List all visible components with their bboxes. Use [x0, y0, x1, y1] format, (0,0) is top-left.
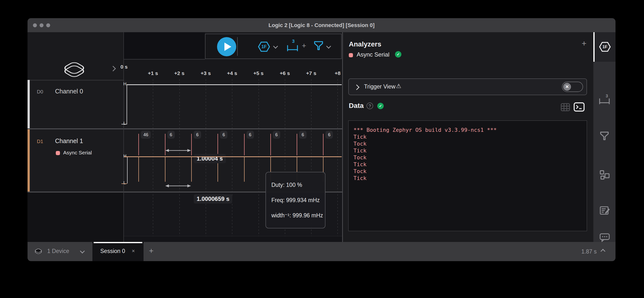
- triggers-funnel-icon: [599, 131, 610, 143]
- measure-value-bottom[interactable]: 1.0000659 s: [194, 194, 232, 204]
- channel0-id: D0: [37, 89, 43, 95]
- trigger-view-chevron-icon[interactable]: [354, 84, 360, 90]
- strip-item-measurements[interactable]: 3: [593, 94, 616, 108]
- frame-value-badge[interactable]: 46: [141, 131, 151, 139]
- measurement-range-tick: [297, 134, 297, 156]
- timeline-gridline: [258, 79, 259, 236]
- analyzer-ok-icon: ✓: [395, 51, 402, 58]
- add-analyzer-button[interactable]: +: [582, 38, 586, 48]
- warning-icon: ⚠: [396, 82, 402, 90]
- timeline-gridline: [338, 79, 338, 236]
- timeline-tick-label: +5 s: [248, 70, 270, 76]
- channel1-pulse: [244, 157, 244, 182]
- frame-value-badge[interactable]: 6: [326, 131, 333, 139]
- analyzer-color-swatch: [349, 53, 353, 57]
- analyzers-title: Analyzers: [349, 40, 381, 48]
- session-tab[interactable]: Session 0 ×: [92, 242, 144, 261]
- data-terminal-view-button[interactable]: [574, 102, 585, 112]
- device-small-icon: [34, 247, 43, 255]
- trigger-view-toggle[interactable]: ✕: [562, 82, 583, 92]
- timeline-tick-label: +7 s: [300, 70, 322, 76]
- channel1-analyzer-label[interactable]: Async Serial: [63, 150, 92, 156]
- channel1-color-bar: [28, 129, 30, 192]
- channel1-name[interactable]: Channel 1: [55, 138, 83, 144]
- data-help-icon[interactable]: ?: [366, 102, 373, 109]
- measure-value-top[interactable]: 1.00004 s: [194, 154, 226, 163]
- frame-value-badge[interactable]: 6: [273, 131, 280, 139]
- table-grid-icon: [560, 103, 570, 112]
- channel0-low-label: L: [124, 121, 126, 126]
- channel1-pulse: [138, 157, 139, 182]
- measurement-range-tick: [138, 134, 139, 156]
- measurement-range-tick: [323, 134, 324, 156]
- tooltip-freq: Freq: 999.934 mHz: [271, 192, 325, 208]
- session-tab-active-stripe: [94, 242, 142, 243]
- terminal-line: Tock: [354, 168, 587, 175]
- app-window: Logic 2 [Logic 8 - Connected] [Session 0…: [28, 18, 616, 261]
- duration-chevron-up-icon: [600, 249, 606, 254]
- channel1-low-stub: [122, 184, 127, 184]
- terminal-line: *** Booting Zephyr OS build v3.3.99-ncs1…: [354, 127, 587, 134]
- channel0-name[interactable]: Channel 0: [55, 88, 83, 95]
- capture-duration-control[interactable]: 1.87 s: [581, 246, 605, 257]
- timeline-tick-label: +6 s: [274, 70, 296, 76]
- strip-item-analyzers-active[interactable]: 1F: [593, 32, 616, 62]
- device-count-label: 1 Device: [47, 248, 69, 254]
- channel1-start-edge: [127, 156, 128, 184]
- terminal-line: Tock: [354, 154, 587, 161]
- channel0-high-line: [126, 84, 342, 85]
- analyzer-terminal-output[interactable]: *** Booting Zephyr OS build v3.3.99-ncs1…: [348, 120, 587, 231]
- channel0-rising-edge: [126, 84, 127, 124]
- timeline-gridline: [180, 79, 180, 236]
- frame-value-badge[interactable]: 6: [194, 131, 201, 139]
- channel1-high-line: [124, 156, 342, 157]
- analyzer-name[interactable]: Async Serial: [357, 51, 389, 58]
- channel1-pulse: [165, 157, 166, 182]
- terminal-icon: [574, 102, 585, 112]
- device-count-chevron-icon: [80, 248, 85, 254]
- measurement-range-tick: [191, 134, 192, 156]
- timeline-origin-label: 0 s: [120, 64, 128, 70]
- session-tab-label: Session 0: [100, 248, 125, 254]
- frame-value-badge[interactable]: 6: [220, 131, 227, 139]
- right-icon-strip: 1F 3: [593, 32, 616, 242]
- strip-item-extensions[interactable]: [593, 168, 616, 183]
- timeline-tick-label: +3 s: [195, 70, 217, 76]
- timeline-tick-label: +8: [326, 70, 348, 76]
- trigger-view-expander[interactable]: Trigger View ⚠ ✕: [348, 78, 587, 95]
- timeline-gridline: [153, 79, 153, 236]
- data-table-view-button[interactable]: [560, 103, 570, 112]
- frame-value-badge[interactable]: 6: [299, 131, 306, 139]
- terminal-line: Tick: [354, 175, 587, 182]
- frame-value-badge[interactable]: 6: [246, 131, 254, 139]
- terminal-line: Tick: [354, 147, 587, 154]
- chat-icon: [599, 233, 610, 242]
- device-count-button[interactable]: 1 Device: [34, 246, 90, 257]
- timeline-tick-label: +2 s: [168, 70, 190, 76]
- timeline-tick-label: +1 s: [142, 70, 164, 76]
- tooltip-width-inv: width⁻¹: 999.96 mHz: [271, 208, 325, 223]
- timeline-tick-label: +4 s: [221, 70, 243, 76]
- measure-arrow-bottom[interactable]: [165, 184, 191, 188]
- capture-duration-label: 1.87 s: [581, 248, 597, 255]
- channel1-high-label: H: [124, 154, 126, 158]
- terminal-line: Tick: [354, 134, 587, 140]
- channel1-pulse: [191, 157, 192, 182]
- channel0-high-label: H: [124, 82, 126, 86]
- strip-item-triggers[interactable]: [593, 130, 616, 145]
- toggle-off-x-icon: ✕: [563, 83, 571, 91]
- trigger-view-label: Trigger View: [364, 83, 396, 90]
- terminal-line: Tock: [354, 140, 587, 147]
- session-tab-close-icon[interactable]: ×: [132, 248, 135, 254]
- channel1-low-label: L: [124, 180, 126, 186]
- measure-arrow-top[interactable]: [165, 149, 191, 152]
- notes-icon: [599, 205, 610, 216]
- add-session-button[interactable]: +: [149, 246, 154, 256]
- extensions-icon: [599, 170, 610, 180]
- start-capture-button[interactable]: [217, 37, 236, 56]
- frame-value-badge[interactable]: 6: [168, 131, 175, 139]
- bottom-bar: 1 Device Session 0 × + 1.87 s: [28, 242, 616, 261]
- strip-item-notes[interactable]: [593, 204, 616, 218]
- channel0-color-bar: [28, 80, 30, 128]
- measurements-icon: [599, 98, 610, 104]
